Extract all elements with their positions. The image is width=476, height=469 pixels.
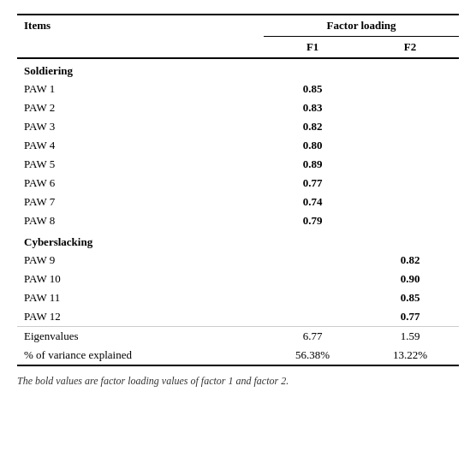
table-row: PAW 60.77 <box>17 174 459 193</box>
items-subheader <box>17 37 264 59</box>
factor-loading-header: Factor loading <box>264 15 459 37</box>
table-row: PAW 70.74 <box>17 193 459 211</box>
table-row: PAW 20.83 <box>17 98 459 117</box>
footer-row: % of variance explained56.38%13.22% <box>17 346 459 365</box>
section-header-1: Cyberslacking <box>17 230 459 251</box>
table-row: PAW 120.77 <box>17 307 459 327</box>
items-column-header: Items <box>17 15 264 37</box>
table-row: PAW 10.85 <box>17 80 459 98</box>
table-row: PAW 80.79 <box>17 211 459 230</box>
factor-loading-table: Items Factor loading F1 F2 SoldieringPAW… <box>17 14 459 366</box>
table-row: PAW 30.82 <box>17 117 459 136</box>
f2-header: F2 <box>361 37 459 59</box>
table-row: PAW 100.90 <box>17 270 459 288</box>
table-row: PAW 110.85 <box>17 288 459 307</box>
table-row: PAW 40.80 <box>17 136 459 155</box>
table-row: PAW 90.82 <box>17 251 459 270</box>
f1-header: F1 <box>264 37 361 59</box>
table-container: Items Factor loading F1 F2 SoldieringPAW… <box>17 14 459 388</box>
section-header-0: Soldiering <box>17 58 459 80</box>
footer-row: Eigenvalues6.771.59 <box>17 327 459 347</box>
table-note: The bold values are factor loading value… <box>17 375 459 388</box>
table-row: PAW 50.89 <box>17 155 459 174</box>
